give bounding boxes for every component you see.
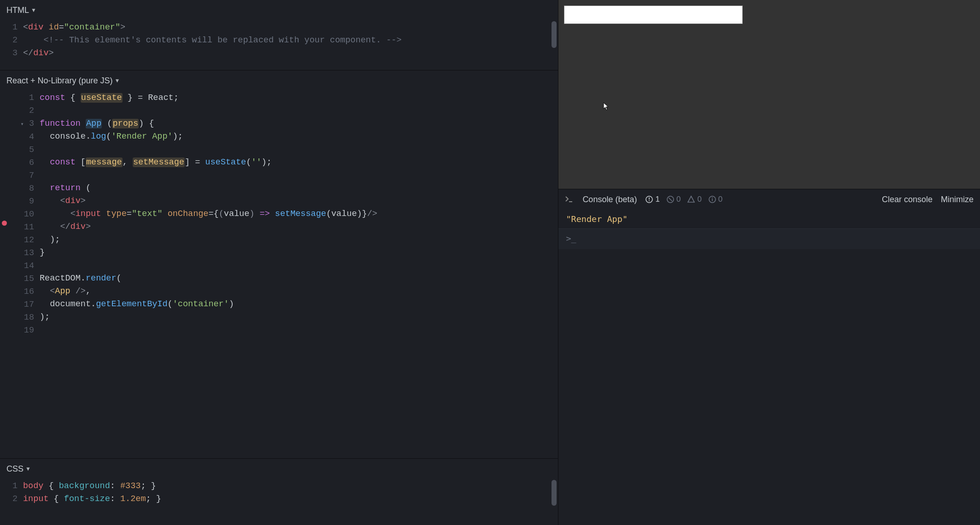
gutter-js: 1 2 ▾ 3 4 5 6 7 8 9 10 11 12 13 14 15 16… (8, 91, 40, 458)
svg-rect-2 (649, 200, 650, 201)
count-debug[interactable]: 0 (666, 195, 681, 204)
count-log[interactable]: 1 (645, 195, 659, 204)
editor-html[interactable]: 1 2 3 <div id="container"> <!-- This ele… (0, 20, 558, 70)
console-title[interactable]: Console (beta) (582, 195, 637, 204)
panel-label-html: HTML (6, 6, 29, 15)
preview-pane[interactable] (558, 0, 980, 189)
console-repl-input[interactable]: >_ (558, 229, 980, 249)
console-pane: Console (beta) 1 0 0 (558, 189, 980, 525)
clear-console-button[interactable]: Clear console (882, 195, 933, 204)
log-icon (645, 195, 653, 204)
warn-icon (687, 195, 695, 204)
breakpoint-column[interactable] (0, 91, 8, 458)
caret-down-icon: ▼ (31, 7, 36, 13)
panel-header-html[interactable]: HTML ▼ (0, 0, 558, 20)
code-css[interactable]: body { background: #333; } input { font-… (23, 479, 558, 525)
output-column: Console (beta) 1 0 0 (558, 0, 980, 525)
mouse-cursor-icon (603, 102, 609, 111)
console-header: Console (beta) 1 0 0 (558, 189, 980, 210)
info-icon (708, 195, 716, 204)
scrollbar[interactable] (552, 480, 557, 506)
prompt-icon (565, 195, 574, 204)
count-info[interactable]: 0 (708, 195, 722, 204)
editor-css[interactable]: 1 2 body { background: #333; } input { f… (0, 479, 558, 525)
code-js[interactable]: const { useState } = React; function App… (40, 91, 558, 458)
caret-down-icon: ▼ (25, 466, 31, 472)
gutter-html: 1 2 3 (0, 20, 23, 70)
svg-rect-1 (649, 198, 650, 200)
console-empty (558, 249, 980, 525)
editor-js[interactable]: 1 2 ▾ 3 4 5 6 7 8 9 10 11 12 13 14 15 16… (0, 91, 558, 458)
svg-rect-5 (712, 199, 713, 201)
preview-text-input[interactable] (564, 6, 743, 24)
panel-header-css[interactable]: CSS ▼ (0, 459, 558, 479)
app-root: HTML ▼ 1 2 3 <div id="container"> <!-- T… (0, 0, 980, 525)
console-log-entry[interactable]: "Render App" (558, 210, 980, 229)
breakpoint-dot-icon[interactable] (2, 221, 7, 226)
panel-label-css: CSS (6, 464, 23, 474)
editors-column: HTML ▼ 1 2 3 <div id="container"> <!-- T… (0, 0, 558, 525)
panel-label-js: React + No-Library (pure JS) (6, 76, 113, 86)
count-warn[interactable]: 0 (687, 195, 701, 204)
minimize-console-button[interactable]: Minimize (941, 195, 974, 204)
caret-down-icon: ▼ (115, 77, 120, 84)
panel-header-js[interactable]: React + No-Library (pure JS) ▼ (0, 70, 558, 91)
scrollbar[interactable] (552, 21, 557, 48)
svg-rect-6 (712, 198, 713, 198)
console-counts: 1 0 0 0 (645, 195, 722, 204)
code-html[interactable]: <div id="container"> <!-- This element's… (23, 20, 558, 70)
debug-icon (666, 195, 675, 204)
gutter-css: 1 2 (0, 479, 23, 525)
